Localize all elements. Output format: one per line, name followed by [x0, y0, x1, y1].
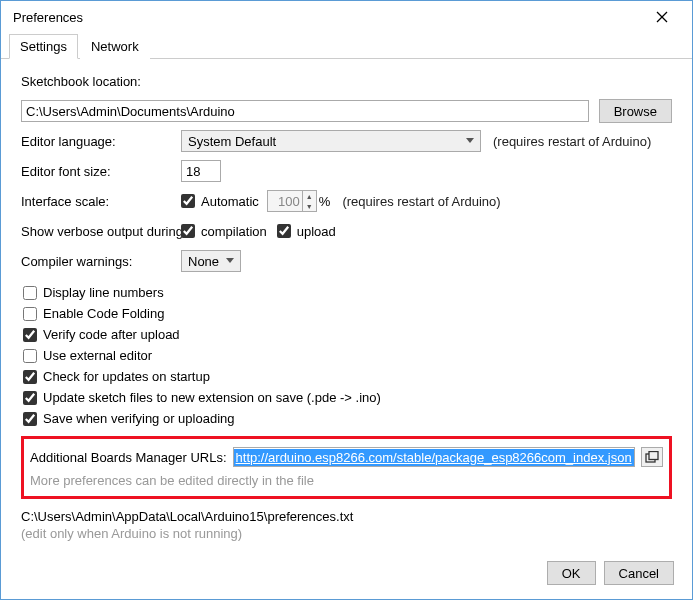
automatic-scale-checkbox[interactable]: Automatic	[181, 194, 259, 209]
automatic-scale-input[interactable]	[181, 194, 195, 208]
upload-text: upload	[297, 224, 336, 239]
cancel-button[interactable]: Cancel	[604, 561, 674, 585]
browse-button[interactable]: Browse	[599, 99, 672, 123]
compilation-input[interactable]	[181, 224, 195, 238]
tab-settings[interactable]: Settings	[9, 34, 78, 59]
use-external-editor-text: Use external editor	[43, 348, 152, 363]
update-sketch-ext-checkbox[interactable]: Update sketch files to new extension on …	[23, 390, 381, 405]
editor-font-label: Editor font size:	[21, 164, 181, 179]
save-on-verify-text: Save when verifying or uploading	[43, 411, 235, 426]
settings-panel: Sketchbook location: Browse Editor langu…	[1, 59, 692, 551]
display-line-numbers-text: Display line numbers	[43, 285, 164, 300]
upload-input[interactable]	[277, 224, 291, 238]
svg-rect-3	[649, 452, 658, 460]
scale-percent-spinner[interactable]: ▲▼	[267, 190, 317, 212]
window-icon	[645, 451, 659, 463]
save-on-verify-input[interactable]	[23, 412, 37, 426]
sketchbook-path-input[interactable]	[21, 100, 589, 122]
editor-language-select[interactable]: System Default	[181, 130, 481, 152]
editor-language-value: System Default	[188, 134, 276, 149]
check-updates-input[interactable]	[23, 370, 37, 384]
percent-suffix: %	[319, 194, 331, 209]
prefs-edit-note: (edit only when Arduino is not running)	[21, 526, 672, 541]
spinner-down-icon[interactable]: ▼	[303, 201, 316, 211]
ok-button[interactable]: OK	[547, 561, 596, 585]
interface-scale-hint: (requires restart of Arduino)	[342, 194, 500, 209]
chevron-down-icon	[226, 258, 234, 263]
verify-after-upload-input[interactable]	[23, 328, 37, 342]
update-sketch-ext-text: Update sketch files to new extension on …	[43, 390, 381, 405]
prefs-file-path: C:\Users\Admin\AppData\Local\Arduino15\p…	[21, 509, 672, 524]
chevron-down-icon	[466, 138, 474, 143]
close-button[interactable]	[642, 3, 682, 31]
verbose-label: Show verbose output during:	[21, 224, 181, 239]
compilation-text: compilation	[201, 224, 267, 239]
more-prefs-note: More preferences can be edited directly …	[30, 473, 663, 488]
use-external-editor-checkbox[interactable]: Use external editor	[23, 348, 152, 363]
tab-network[interactable]: Network	[80, 34, 150, 59]
editor-font-input[interactable]	[181, 160, 221, 182]
verify-after-upload-text: Verify code after upload	[43, 327, 180, 342]
highlighted-region: Additional Boards Manager URLs: http://a…	[21, 436, 672, 499]
enable-code-folding-checkbox[interactable]: Enable Code Folding	[23, 306, 164, 321]
boards-url-expand-button[interactable]	[641, 447, 663, 467]
editor-language-hint: (requires restart of Arduino)	[493, 134, 651, 149]
display-line-numbers-input[interactable]	[23, 286, 37, 300]
check-updates-text: Check for updates on startup	[43, 369, 210, 384]
titlebar: Preferences	[1, 1, 692, 33]
spinner-up-icon[interactable]: ▲	[303, 191, 316, 201]
verify-after-upload-checkbox[interactable]: Verify code after upload	[23, 327, 180, 342]
compiler-warnings-value: None	[188, 254, 219, 269]
check-updates-checkbox[interactable]: Check for updates on startup	[23, 369, 210, 384]
update-sketch-ext-input[interactable]	[23, 391, 37, 405]
compilation-checkbox[interactable]: compilation	[181, 224, 267, 239]
editor-language-label: Editor language:	[21, 134, 181, 149]
compiler-warnings-label: Compiler warnings:	[21, 254, 181, 269]
upload-checkbox[interactable]: upload	[277, 224, 336, 239]
automatic-scale-text: Automatic	[201, 194, 259, 209]
boards-url-input[interactable]: http://arduino.esp8266.com/stable/packag…	[233, 447, 635, 467]
tab-bar: Settings Network	[1, 33, 692, 59]
dialog-footer: OK Cancel	[1, 551, 692, 599]
sketchbook-label: Sketchbook location:	[21, 74, 141, 89]
interface-scale-label: Interface scale:	[21, 194, 181, 209]
scale-percent-input	[268, 191, 302, 211]
window-title: Preferences	[13, 10, 83, 25]
boards-url-label: Additional Boards Manager URLs:	[30, 450, 227, 465]
use-external-editor-input[interactable]	[23, 349, 37, 363]
enable-code-folding-text: Enable Code Folding	[43, 306, 164, 321]
preferences-window: Preferences Settings Network Sketchbook …	[0, 0, 693, 600]
close-icon	[656, 11, 668, 23]
enable-code-folding-input[interactable]	[23, 307, 37, 321]
save-on-verify-checkbox[interactable]: Save when verifying or uploading	[23, 411, 235, 426]
compiler-warnings-select[interactable]: None	[181, 250, 241, 272]
display-line-numbers-checkbox[interactable]: Display line numbers	[23, 285, 164, 300]
boards-url-value: http://arduino.esp8266.com/stable/packag…	[234, 449, 634, 466]
